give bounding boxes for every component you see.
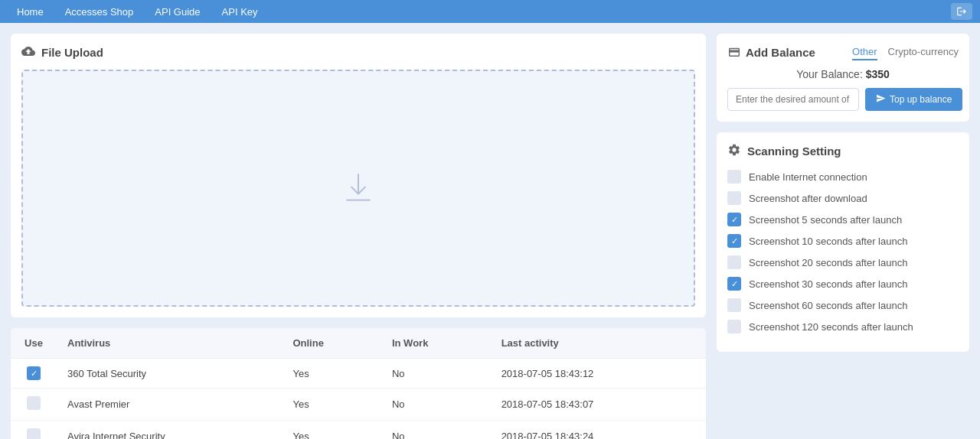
col-use: Use [11,328,57,359]
table-row: ✓360 Total SecurityYesNo2018-07-05 18:43… [11,359,706,389]
scan-option: Screenshot 20 seconds after launch [727,255,959,269]
scan-checkbox-screenshot-download[interactable] [727,191,741,205]
tab-other[interactable]: Other [852,44,877,60]
left-panel: File Upload Use Antivirus [11,34,706,439]
use-cell [11,421,57,440]
topup-button[interactable]: Top up balance [865,88,962,111]
file-upload-label: File Upload [41,46,103,59]
col-last-activity: Last activity [491,328,706,359]
scan-label-screenshot-5s: Screenshot 5 seconds after launch [749,214,902,226]
balance-header: Add Balance Other Crypto-currency [727,44,959,60]
balance-title-text: Add Balance [746,46,815,59]
topup-label: Top up balance [890,94,952,105]
use-checkbox[interactable]: ✓ [27,366,41,380]
tab-crypto[interactable]: Crypto-currency [888,44,959,60]
nav-accesses-shop[interactable]: Accesses Shop [56,3,143,21]
scanning-card: Scanning Setting Enable Internet connect… [717,132,969,352]
col-antivirus: Antivirus [57,328,282,359]
right-panel: Add Balance Other Crypto-currency Your B… [717,34,969,439]
add-balance-card: Add Balance Other Crypto-currency Your B… [717,34,969,122]
antivirus-cell: Avira Internet Security [57,421,282,440]
scan-option: Enable Internet connection [727,170,959,184]
online-cell: Yes [282,389,381,421]
nav-api-key[interactable]: API Key [213,3,267,21]
scan-label-screenshot-60s: Screenshot 60 seconds after launch [749,300,907,311]
nav-home[interactable]: Home [8,3,53,21]
scan-label-screenshot-20s: Screenshot 20 seconds after launch [749,257,907,268]
scan-label-enable-internet: Enable Internet connection [749,171,867,183]
topup-icon [876,93,886,106]
scanning-title-text: Scanning Setting [747,145,841,158]
scan-checkbox-screenshot-60s[interactable] [727,298,741,312]
scan-option: ✓Screenshot 30 seconds after launch [727,277,959,291]
scan-label-screenshot-10s: Screenshot 10 seconds after launch [749,236,907,247]
scanning-title: Scanning Setting [727,143,959,159]
file-upload-card: File Upload [11,34,706,317]
scan-checkbox-screenshot-10s[interactable]: ✓ [727,234,741,248]
last-activity-cell: 2018-07-05 18:43:12 [491,359,706,389]
table-header-row: Use Antivirus Online In Work Last activi… [11,328,706,359]
in-work-cell: No [381,389,491,421]
upload-icon [21,44,35,60]
scan-option: ✓Screenshot 5 seconds after launch [727,213,959,226]
logout-button[interactable] [951,3,972,20]
use-cell: ✓ [11,359,57,389]
scan-checkbox-screenshot-20s[interactable] [727,255,741,269]
antivirus-cell: 360 Total Security [57,359,282,389]
in-work-cell: No [381,421,491,440]
online-cell: Yes [282,359,381,389]
scan-label-screenshot-download: Screenshot after download [749,193,867,204]
scan-option: ✓Screenshot 10 seconds after launch [727,234,959,248]
last-activity-cell: 2018-07-05 18:43:24 [491,421,706,440]
col-online: Online [282,328,381,359]
scan-checkbox-screenshot-30s[interactable]: ✓ [727,277,741,291]
balance-input-row: Top up balance [727,88,959,111]
online-cell: Yes [282,421,381,440]
scan-option: Screenshot after download [727,191,959,205]
main-content: File Upload Use Antivirus [0,23,980,439]
last-activity-cell: 2018-07-05 18:43:07 [491,389,706,421]
col-in-work: In Work [381,328,491,359]
antivirus-cell: Avast Premier [57,389,282,421]
top-nav: Home Accesses Shop API Guide API Key [0,0,980,23]
table-row: Avira Internet SecurityYesNo2018-07-05 1… [11,421,706,440]
antivirus-table: Use Antivirus Online In Work Last activi… [11,328,706,439]
scan-label-screenshot-30s: Screenshot 30 seconds after launch [749,278,907,290]
antivirus-table-card: Use Antivirus Online In Work Last activi… [11,328,706,439]
nav-links: Home Accesses Shop API Guide API Key [8,3,267,21]
amount-input[interactable] [727,88,859,111]
balance-amount: Your Balance: $350 [727,68,959,80]
table-row: Avast PremierYesNo2018-07-05 18:43:07 [11,389,706,421]
balance-title: Add Balance [727,46,852,59]
drop-zone[interactable] [21,70,695,307]
in-work-cell: No [381,359,491,389]
scanning-icon [727,143,741,159]
use-checkbox[interactable] [27,396,41,410]
balance-tabs: Other Crypto-currency [852,44,959,60]
use-cell [11,389,57,421]
scan-option: Screenshot 120 seconds after launch [727,320,959,333]
scan-options-container: Enable Internet connectionScreenshot aft… [727,170,959,333]
scan-option: Screenshot 60 seconds after launch [727,298,959,312]
drop-zone-icon [339,169,377,207]
scan-checkbox-screenshot-5s[interactable]: ✓ [727,213,741,226]
scan-checkbox-enable-internet[interactable] [727,170,741,184]
scan-checkbox-screenshot-120s[interactable] [727,320,741,333]
balance-icon [727,46,741,59]
use-checkbox[interactable] [27,428,41,439]
scan-label-screenshot-120s: Screenshot 120 seconds after launch [749,321,913,333]
file-upload-title: File Upload [21,44,695,60]
nav-api-guide[interactable]: API Guide [145,3,209,21]
